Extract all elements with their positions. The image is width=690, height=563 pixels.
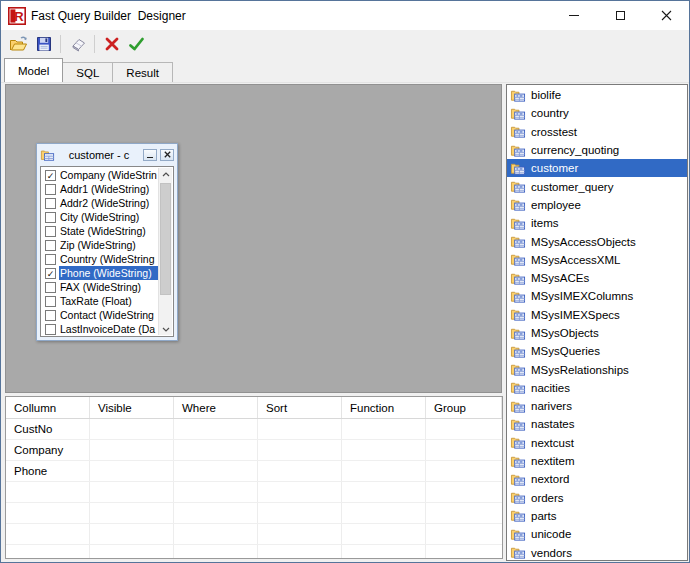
grid-cell[interactable]	[174, 524, 258, 544]
grid-cell-column[interactable]	[6, 482, 90, 502]
field-window-close-button[interactable]	[160, 149, 174, 161]
scroll-thumb[interactable]	[160, 183, 171, 295]
model-canvas[interactable]: customer - c ✓Company (WideStrinAddr1 (W…	[5, 84, 502, 393]
grid-cell[interactable]	[258, 482, 342, 502]
field-row[interactable]: FAX (WideString)	[42, 280, 158, 294]
grid-cell[interactable]	[258, 461, 342, 481]
table-item[interactable]: parts	[507, 507, 687, 525]
grid-cell[interactable]	[342, 524, 426, 544]
grid-cell[interactable]	[426, 461, 502, 481]
grid-cell[interactable]	[90, 482, 174, 502]
grid-cell[interactable]	[426, 524, 502, 544]
grid-cell[interactable]	[258, 545, 342, 559]
grid-cell[interactable]	[90, 461, 174, 481]
table-item[interactable]: customer_query	[507, 177, 687, 195]
grid-cell[interactable]	[258, 503, 342, 523]
table-item[interactable]: customer	[507, 159, 687, 177]
maximize-button[interactable]	[597, 1, 643, 30]
grid-cell[interactable]	[90, 545, 174, 559]
field-checkbox[interactable]	[45, 212, 56, 223]
grid-cell[interactable]	[258, 524, 342, 544]
grid-cell[interactable]	[90, 503, 174, 523]
table-item[interactable]: MSysAccessObjects	[507, 232, 687, 250]
table-item[interactable]: crosstest	[507, 123, 687, 141]
table-item[interactable]: country	[507, 104, 687, 122]
table-item[interactable]: MSysRelationships	[507, 360, 687, 378]
field-checkbox[interactable]	[45, 226, 56, 237]
grid-cell[interactable]	[90, 419, 174, 439]
field-list-scrollbar[interactable]	[158, 168, 172, 335]
close-button[interactable]	[643, 1, 689, 30]
scroll-down-arrow[interactable]	[159, 323, 172, 335]
grid-cell[interactable]	[342, 503, 426, 523]
field-checkbox[interactable]	[45, 296, 56, 307]
table-item[interactable]: MSysACEs	[507, 269, 687, 287]
field-checkbox[interactable]: ✓	[45, 268, 56, 279]
open-file-button[interactable]	[6, 32, 31, 56]
table-item[interactable]: orders	[507, 489, 687, 507]
table-item[interactable]: nextord	[507, 470, 687, 488]
field-row[interactable]: Addr2 (WideString)	[42, 196, 158, 210]
grid-cell[interactable]	[342, 482, 426, 502]
field-checkbox[interactable]	[45, 282, 56, 293]
grid-cell[interactable]	[426, 503, 502, 523]
table-item[interactable]: biolife	[507, 86, 687, 104]
tab-result[interactable]: Result	[112, 62, 173, 82]
grid-cell[interactable]	[426, 545, 502, 559]
scroll-up-arrow[interactable]	[159, 168, 172, 180]
table-item[interactable]: MSysIMEXColumns	[507, 287, 687, 305]
table-item[interactable]: employee	[507, 196, 687, 214]
grid-cell[interactable]	[174, 503, 258, 523]
table-item[interactable]: MSysAccessXML	[507, 251, 687, 269]
field-checkbox[interactable]	[45, 240, 56, 251]
grid-cell[interactable]	[342, 419, 426, 439]
table-item[interactable]: items	[507, 214, 687, 232]
clear-button[interactable]	[65, 32, 90, 56]
grid-cell[interactable]	[174, 440, 258, 460]
grid-cell-column[interactable]: CustNo	[6, 419, 90, 439]
grid-cell-column[interactable]: Company	[6, 440, 90, 460]
grid-cell[interactable]	[342, 440, 426, 460]
grid-cell[interactable]	[426, 419, 502, 439]
field-row[interactable]: Country (WideString	[42, 252, 158, 266]
field-row[interactable]: Contact (WideString	[42, 308, 158, 322]
field-row[interactable]: Addr1 (WideString)	[42, 182, 158, 196]
field-row[interactable]: ✓Phone (WideString)	[42, 266, 158, 280]
grid-cell[interactable]	[174, 461, 258, 481]
grid-cell[interactable]	[426, 440, 502, 460]
grid-cell[interactable]	[90, 440, 174, 460]
ok-button[interactable]	[124, 32, 149, 56]
grid-cell[interactable]	[258, 440, 342, 460]
table-item[interactable]: vendors	[507, 543, 687, 561]
table-item[interactable]: MSysIMEXSpecs	[507, 306, 687, 324]
table-item[interactable]: nastates	[507, 415, 687, 433]
table-item[interactable]: MSysQueries	[507, 342, 687, 360]
grid-cell-column[interactable]: Phone	[6, 461, 90, 481]
grid-cell-column[interactable]	[6, 503, 90, 523]
grid-cell[interactable]	[174, 545, 258, 559]
field-row[interactable]: State (WideString)	[42, 224, 158, 238]
field-checkbox[interactable]	[45, 184, 56, 195]
field-window-minimize-button[interactable]	[143, 149, 157, 161]
grid-cell-column[interactable]	[6, 524, 90, 544]
grid-cell[interactable]	[342, 545, 426, 559]
field-checkbox[interactable]	[45, 324, 56, 335]
table-item[interactable]: nextcust	[507, 434, 687, 452]
table-item[interactable]: currency_quoting	[507, 141, 687, 159]
table-item[interactable]: narivers	[507, 397, 687, 415]
table-item[interactable]: nextitem	[507, 452, 687, 470]
tab-model[interactable]: Model	[4, 58, 63, 82]
grid-cell-column[interactable]	[6, 545, 90, 559]
tab-sql[interactable]: SQL	[62, 62, 113, 82]
grid-cell[interactable]	[90, 524, 174, 544]
grid-cell[interactable]	[426, 482, 502, 502]
minimize-button[interactable]	[551, 1, 597, 30]
cancel-button[interactable]	[99, 32, 124, 56]
save-button[interactable]	[31, 32, 56, 56]
table-item[interactable]: MSysObjects	[507, 324, 687, 342]
grid-cell[interactable]	[174, 482, 258, 502]
field-checkbox[interactable]	[45, 254, 56, 265]
field-row[interactable]: ✓Company (WideStrin	[42, 168, 158, 182]
field-row[interactable]: LastInvoiceDate (Da	[42, 322, 158, 335]
field-row[interactable]: TaxRate (Float)	[42, 294, 158, 308]
